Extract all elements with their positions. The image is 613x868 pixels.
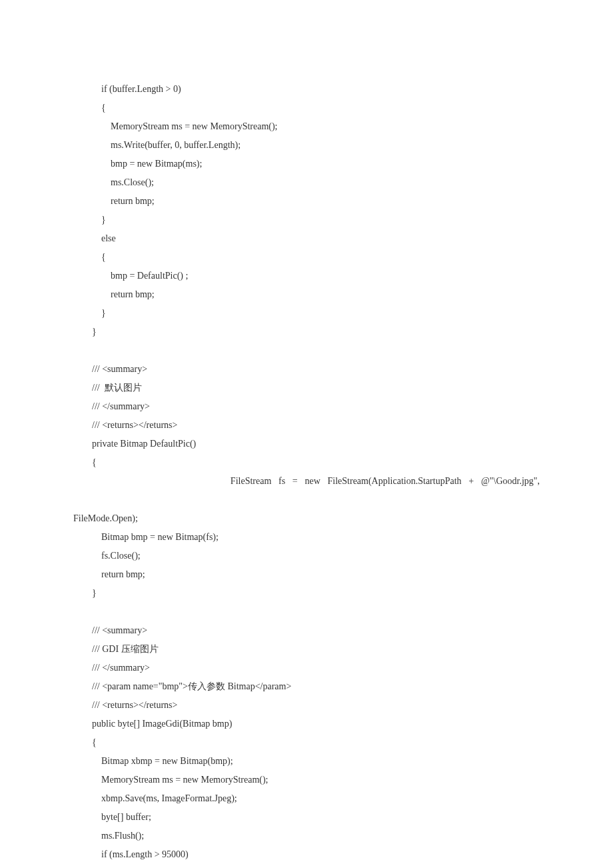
code-line: ms.Write(buffer, 0, buffer.Length); [73, 136, 540, 155]
code-line: /// 默认图片 [73, 379, 540, 397]
code-line: { [73, 99, 540, 117]
code-line: /// GDI 压缩图片 [73, 640, 540, 659]
code-line: } [73, 584, 540, 603]
code-line: /// </summary> [73, 659, 540, 677]
code-line: /// <param name="bmp">传入参数 Bitmap</param… [73, 677, 540, 696]
code-line: /// <summary> [73, 621, 540, 640]
code-line: } [73, 323, 540, 341]
code-line: if (buffer.Length > 0) [73, 80, 540, 99]
code-line: MemoryStream ms = new MemoryStream(); [73, 117, 540, 136]
code-line [73, 341, 540, 360]
code-line: else [73, 229, 540, 248]
code-line: /// </summary> [73, 397, 540, 416]
code-line: } [73, 211, 540, 229]
code-line: xbmp.Save(ms, ImageFormat.Jpeg); [73, 789, 540, 808]
code-document: if (buffer.Length > 0) { MemoryStream ms… [73, 80, 540, 868]
code-line: MemoryStream ms = new MemoryStream(); [73, 771, 540, 789]
code-line: /// <returns></returns> [73, 696, 540, 715]
code-line: fs.Close(); [73, 547, 540, 565]
code-line: ms.Close(); [73, 173, 540, 192]
code-line: byte[] buffer; [73, 808, 540, 827]
code-line: FileMode.Open); [73, 509, 540, 528]
code-line: bmp = DefaultPic() ; [73, 267, 540, 285]
code-line: { [73, 248, 540, 267]
code-line: ms.Flush(); [73, 827, 540, 845]
code-line: return bmp; [73, 192, 540, 211]
code-line [73, 603, 540, 621]
code-line: FileStream fs = new FileStream(Applicati… [73, 472, 540, 509]
code-line: } [73, 304, 540, 323]
code-line: Bitmap bmp = new Bitmap(fs); [73, 528, 540, 547]
code-line: { [73, 864, 540, 868]
code-line: /// <summary> [73, 360, 540, 379]
code-line: public byte[] ImageGdi(Bitmap bmp) [73, 715, 540, 733]
code-line: if (ms.Length > 95000) [73, 845, 540, 864]
code-line: { [73, 453, 540, 472]
code-line: bmp = new Bitmap(ms); [73, 155, 540, 173]
code-line: private Bitmap DefaultPic() [73, 435, 540, 453]
code-line: return bmp; [73, 285, 540, 304]
code-line: Bitmap xbmp = new Bitmap(bmp); [73, 752, 540, 771]
code-line: { [73, 733, 540, 752]
code-line: /// <returns></returns> [73, 416, 540, 435]
code-line: return bmp; [73, 565, 540, 584]
